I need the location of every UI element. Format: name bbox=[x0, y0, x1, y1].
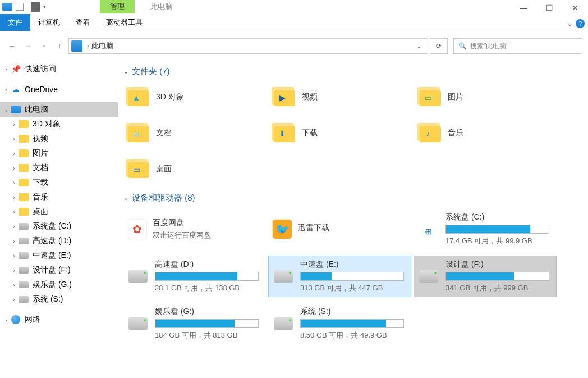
ribbon-tab-view[interactable]: 查看 bbox=[68, 14, 98, 31]
close-button[interactable]: ✕ bbox=[562, 0, 588, 16]
sidebar-item[interactable]: ›下载 bbox=[0, 175, 118, 190]
sidebar-item[interactable]: ›中速盘 (E:) bbox=[0, 248, 118, 263]
app-item[interactable]: 🐦迅雷下载 bbox=[269, 209, 411, 249]
refresh-button[interactable]: ⟳ bbox=[430, 38, 448, 54]
drive-name: 系统 (S:) bbox=[300, 307, 407, 317]
drive-name: 设计盘 (F:) bbox=[445, 259, 553, 270]
folder-item[interactable]: ▭图片 bbox=[415, 83, 555, 112]
section-header-drives[interactable]: ⌄ 设备和驱动器 (8) bbox=[123, 193, 582, 203]
help-icon[interactable]: ? bbox=[576, 19, 585, 28]
drive-usage-bar bbox=[155, 319, 259, 328]
titlebar: ▾ 管理 此电脑 文件 计算机 查看 驱动器工具 — ☐ ✕ ⌄ ? bbox=[0, 0, 588, 31]
app-name: 迅雷下载 bbox=[298, 223, 407, 233]
chevron-down-icon[interactable]: ⌄ bbox=[2, 107, 10, 113]
sidebar-label: 视频 bbox=[33, 134, 48, 144]
drive-usage-bar bbox=[155, 272, 259, 281]
app-item[interactable]: ✿百度网盘双击运行百度网盘 bbox=[123, 209, 265, 249]
chevron-right-icon[interactable]: › bbox=[2, 317, 10, 323]
chevron-right-icon[interactable]: › bbox=[10, 209, 18, 215]
chevron-right-icon[interactable]: › bbox=[10, 136, 18, 142]
qat-dropdown[interactable] bbox=[31, 2, 40, 12]
chevron-right-icon[interactable]: › bbox=[2, 86, 10, 93]
folder-item[interactable]: ♪音乐 bbox=[415, 119, 555, 148]
ribbon-tabs: 文件 计算机 查看 驱动器工具 bbox=[0, 13, 182, 31]
folder-item[interactable]: ▶视频 bbox=[269, 83, 410, 112]
drive-item[interactable]: 高速盘 (D:)28.1 GB 可用，共 138 GB bbox=[123, 256, 265, 297]
forward-button[interactable]: → bbox=[21, 39, 35, 53]
chevron-right-icon[interactable]: › bbox=[10, 267, 18, 274]
sidebar-item[interactable]: ›系统盘 (C:) bbox=[0, 219, 118, 234]
qat-caret-icon[interactable]: ▾ bbox=[43, 4, 46, 10]
section-header-folders[interactable]: ⌄ 文件夹 (7) bbox=[123, 66, 582, 77]
breadcrumb-location[interactable]: 此电脑 bbox=[91, 41, 113, 51]
drive-usage-bar bbox=[300, 319, 404, 328]
up-button[interactable]: ↑ bbox=[53, 39, 66, 53]
sidebar-item[interactable]: ›视频 bbox=[0, 131, 118, 146]
qat-checkbox-icon[interactable] bbox=[16, 3, 24, 11]
folder-icon bbox=[18, 192, 29, 203]
minimize-button[interactable]: — bbox=[511, 0, 536, 16]
app-name: 百度网盘 bbox=[153, 218, 262, 228]
ribbon-expand-icon[interactable]: ⌄ bbox=[567, 20, 572, 28]
sidebar-item-quickaccess[interactable]: › 📌 快速访问 bbox=[0, 62, 118, 76]
address-dropdown[interactable]: ⌄ bbox=[413, 42, 425, 50]
drive-item[interactable]: 娱乐盘 (G:)184 GB 可用，共 813 GB bbox=[123, 303, 265, 344]
chevron-right-icon[interactable]: › bbox=[10, 121, 18, 127]
folder-item[interactable]: ▲3D 对象 bbox=[123, 83, 264, 112]
chevron-right-icon[interactable]: › bbox=[2, 66, 10, 72]
sidebar-item[interactable]: ›3D 对象 bbox=[0, 117, 118, 131]
app-icon: 🐦 bbox=[272, 219, 292, 239]
drive-usage-text: 8.50 GB 可用，共 49.9 GB bbox=[300, 330, 407, 340]
breadcrumb-sep-icon[interactable]: › bbox=[87, 42, 89, 50]
folder-item[interactable]: ≣文档 bbox=[123, 119, 264, 148]
folder-icon: ▶ bbox=[272, 85, 296, 110]
sidebar-item[interactable]: ›娱乐盘 (G:) bbox=[0, 277, 118, 292]
pin-icon: 📌 bbox=[10, 63, 21, 75]
context-tab-manage[interactable]: 管理 bbox=[100, 0, 135, 13]
sidebar-item[interactable]: ›桌面 bbox=[0, 204, 118, 219]
section-title: 设备和驱动器 (8) bbox=[132, 193, 195, 203]
chevron-right-icon[interactable]: › bbox=[10, 194, 18, 201]
chevron-right-icon[interactable]: › bbox=[10, 238, 18, 244]
drive-item[interactable]: 设计盘 (F:)341 GB 可用，共 999 GB bbox=[414, 256, 556, 297]
ribbon-tab-file[interactable]: 文件 bbox=[0, 14, 30, 31]
maximize-button[interactable]: ☐ bbox=[536, 0, 562, 16]
network-icon bbox=[10, 314, 21, 325]
folder-item[interactable]: ⬇下载 bbox=[269, 119, 410, 148]
drive-usage-text: 341 GB 可用，共 999 GB bbox=[445, 283, 553, 293]
pc-icon bbox=[10, 104, 21, 115]
folder-item[interactable]: ▭桌面 bbox=[123, 154, 264, 184]
ribbon-tab-drivetools[interactable]: 驱动器工具 bbox=[98, 14, 150, 31]
address-bar[interactable]: › 此电脑 ⌄ bbox=[68, 38, 428, 54]
drive-usage-text: 17.4 GB 可用，共 99.9 GB bbox=[445, 236, 553, 246]
drive-name: 高速盘 (D:) bbox=[155, 259, 262, 270]
folder-name: 文档 bbox=[156, 128, 172, 138]
sidebar-item-network[interactable]: › 网络 bbox=[0, 312, 118, 327]
sidebar-item-onedrive[interactable]: › ☁ OneDrive bbox=[0, 82, 118, 97]
chevron-right-icon[interactable]: › bbox=[10, 151, 18, 157]
sidebar-item[interactable]: ›设计盘 (F:) bbox=[0, 263, 118, 277]
sidebar-item[interactable]: ›音乐 bbox=[0, 190, 118, 204]
drive-item[interactable]: 系统 (S:)8.50 GB 可用，共 49.9 GB bbox=[269, 303, 411, 344]
chevron-right-icon[interactable]: › bbox=[10, 297, 18, 303]
sidebar-item[interactable]: ›高速盘 (D:) bbox=[0, 234, 118, 248]
chevron-right-icon[interactable]: › bbox=[10, 253, 18, 259]
search-placeholder: 搜索"此电脑" bbox=[470, 42, 509, 51]
back-button[interactable]: ← bbox=[6, 39, 19, 53]
drive-item[interactable]: 中速盘 (E:)313 GB 可用，共 447 GB bbox=[269, 256, 411, 297]
sidebar-item[interactable]: ›图片 bbox=[0, 146, 118, 161]
drive-usage-text: 28.1 GB 可用，共 138 GB bbox=[155, 283, 262, 293]
sidebar-item[interactable]: ›系统 (S:) bbox=[0, 292, 118, 307]
search-input[interactable]: 🔍 搜索"此电脑" bbox=[453, 38, 582, 54]
chevron-right-icon[interactable]: › bbox=[10, 165, 18, 171]
chevron-right-icon[interactable]: › bbox=[10, 180, 18, 186]
chevron-right-icon[interactable]: › bbox=[10, 224, 18, 230]
hdd-icon bbox=[18, 279, 29, 290]
chevron-right-icon[interactable]: › bbox=[10, 282, 18, 288]
recent-dropdown[interactable]: ▾ bbox=[37, 39, 50, 53]
sidebar-item-thispc[interactable]: ⌄ 此电脑 bbox=[0, 102, 118, 117]
ribbon-tab-computer[interactable]: 计算机 bbox=[30, 14, 68, 31]
drive-item[interactable]: ⊞系统盘 (C:)17.4 GB 可用，共 99.9 GB bbox=[414, 209, 556, 249]
sidebar-item[interactable]: ›文档 bbox=[0, 161, 118, 175]
folder-icon: ≣ bbox=[126, 121, 150, 145]
